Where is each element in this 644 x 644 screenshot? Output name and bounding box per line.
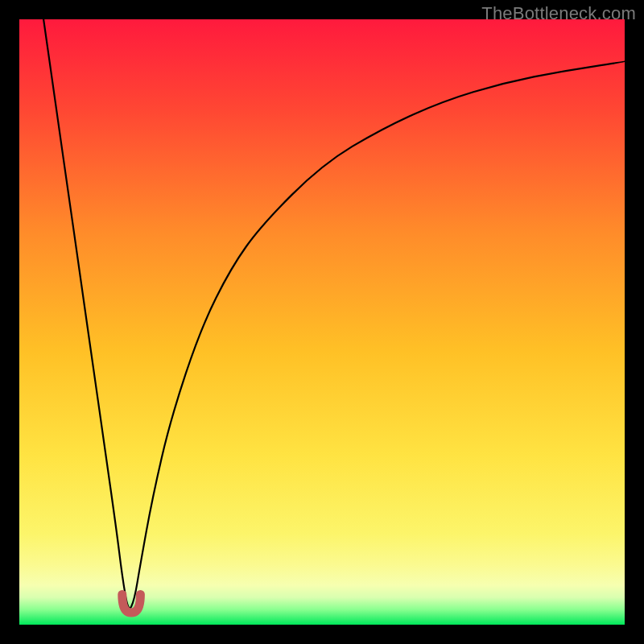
watermark-text: TheBottleneck.com (481, 3, 636, 24)
chart-frame (19, 19, 625, 625)
bottleneck-curve (19, 19, 625, 625)
